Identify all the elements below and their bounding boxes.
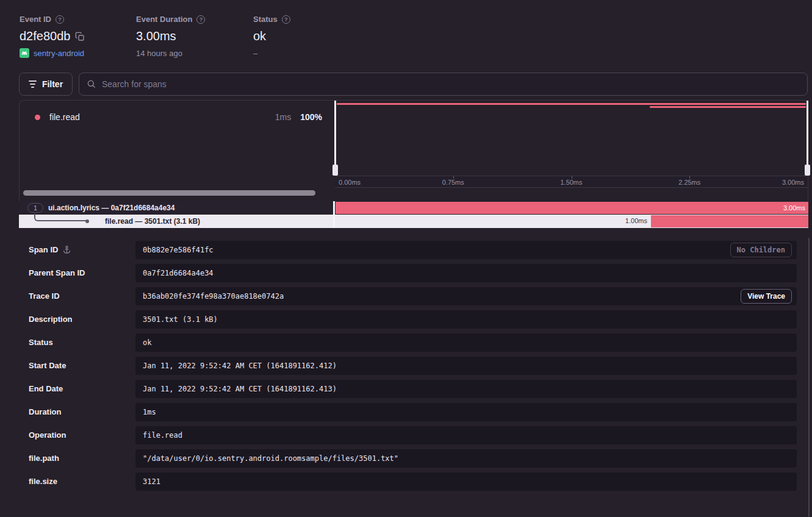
axis-tick-label: 3.00ms [782,179,804,186]
minimap-timeline[interactable]: 0.00ms 0.75ms 1.50ms 2.25ms 3.00ms [335,101,808,201]
status-label: Status [253,15,278,24]
detail-value-box[interactable]: ok [135,333,797,352]
event-duration-ago: 14 hours ago [136,49,205,58]
detail-value-box[interactable]: 0b882e7e586f41fc No Children [135,241,797,259]
operation-name: file.read [49,112,266,122]
detail-label: Description [29,315,73,324]
operation-item-file-read[interactable]: file.read 1ms 100% [20,112,335,122]
viewport-grip[interactable] [332,165,338,176]
detail-row-parent-span-id: Parent Span ID 0a7f21d6684a4e34 [0,264,812,282]
detail-value: ok [143,338,151,347]
span-bar-track: 1.00ms [336,215,808,228]
tree-connector-dot [85,219,89,223]
detail-label: Status [29,338,53,347]
detail-value: 0a7f21d6684a4e34 [143,269,214,277]
minimap-span-line [650,106,806,108]
detail-value-box[interactable]: b36ab020fe374fe98a370ae818e0742a View Tr… [135,287,797,305]
detail-label: Start Date [29,361,66,370]
detail-value-box[interactable]: 0a7f21d6684a4e34 [135,264,797,282]
search-icon [87,79,96,89]
detail-value-box[interactable]: Jan 11, 2022 9:52:42 AM CET (1641891162.… [135,357,797,375]
detail-row-file-path: file.path "/data/user/0/io.sentry.androi… [0,449,812,468]
copy-icon[interactable] [75,32,85,41]
detail-row-status: Status ok [0,333,812,352]
status-value: ok [253,29,266,43]
tree-connector [34,214,87,221]
span-duration-label: 1.00ms [625,217,647,224]
filter-icon [29,80,37,88]
status-column: Status ok – [253,15,290,58]
detail-value-box[interactable]: 3501.txt (3.1 kB) [135,310,797,329]
detail-row-operation: Operation file.read [0,426,812,444]
detail-value: file.read [143,431,182,440]
filter-button[interactable]: Filter [19,73,73,96]
time-axis: 0.00ms 0.75ms 1.50ms 2.25ms 3.00ms [335,176,808,188]
panel-splitter[interactable] [333,201,335,228]
operation-percentage: 100% [300,112,322,122]
event-id-column: Event ID d2fe80db sentry-android [20,15,85,58]
trace-minimap-panel: file.read 1ms 100% 0.00ms 0.75ms 1.50ms … [19,100,808,201]
span-row-title: ui.action.lyrics — 0a7f21d6684a4e34 [48,204,174,212]
span-bar-track: 3.00ms [336,201,808,215]
project-link[interactable]: sentry-android [34,49,84,58]
detail-value-box[interactable]: 3121 [135,472,797,491]
detail-label: Parent Span ID [29,268,85,277]
axis-tick-label: 0.00ms [339,179,361,186]
axis-tick-label: 2.25ms [678,179,700,186]
android-platform-icon [20,48,29,58]
detail-label: Operation [29,430,66,440]
detail-row-file-size: file.size 3121 [0,472,812,491]
filter-button-label: Filter [42,79,63,89]
span-row-transaction[interactable]: 1 ui.action.lyrics — 0a7f21d6684a4e34 3.… [19,201,808,215]
detail-row-span-id: Span ID 0b882e7e586f41fc No Children [0,241,812,259]
operations-breakdown-pane: file.read 1ms 100% [20,101,335,201]
detail-value: Jan 11, 2022 9:52:42 AM CET (1641891162.… [143,362,337,370]
event-duration-value: 3.00ms [136,29,176,43]
detail-value: 3121 [143,477,160,486]
span-row-title: file.read — 3501.txt (3.1 kB) [105,217,200,226]
help-icon[interactable] [282,15,290,24]
detail-row-duration: Duration 1ms [0,403,812,421]
detail-value-box[interactable]: "/data/user/0/io.sentry.android.roomsamp… [135,449,797,468]
event-duration-column: Event Duration 3.00ms 14 hours ago [136,15,205,58]
help-icon[interactable] [56,15,64,24]
detail-row-end-date: End Date Jan 11, 2022 9:52:42 AM CET (16… [0,380,812,398]
help-icon[interactable] [196,15,205,24]
viewport-grip[interactable] [805,165,810,176]
vertical-scrollbar[interactable] [808,238,810,517]
event-id-value: d2fe80db [20,29,70,43]
detail-value: 1ms [143,408,156,416]
viewport-handle-right[interactable] [807,101,808,176]
detail-label: file.size [29,477,57,486]
event-id-label: Event ID [20,15,51,24]
detail-row-description: Description 3501.txt (3.1 kB) [0,310,812,329]
event-id-label-row: Event ID [20,15,85,24]
detail-label: Span ID [29,245,58,254]
detail-value-box[interactable]: file.read [135,426,797,444]
axis-tick-label: 0.75ms [442,179,464,186]
minimap-span-line [337,103,806,105]
detail-label: Duration [29,407,61,416]
operation-color-dot [35,115,40,120]
event-duration-label: Event Duration [136,15,192,24]
detail-value-box[interactable]: Jan 11, 2022 9:52:42 AM CET (1641891162.… [135,380,797,398]
children-count-badge[interactable]: 1 [27,203,43,213]
span-duration-bar[interactable]: 3.00ms [336,202,808,214]
span-row-selected[interactable]: file.read — 3501.txt (3.1 kB) 1.00ms [19,215,808,228]
operation-duration: 1ms [275,112,291,122]
detail-value: b36ab020fe374fe98a370ae818e0742a [143,292,284,301]
detail-label: End Date [29,384,63,393]
search-input[interactable] [102,79,800,89]
anchor-icon[interactable] [62,245,71,254]
detail-value: "/data/user/0/io.sentry.android.roomsamp… [143,454,398,463]
span-duration-label: 3.00ms [783,204,805,212]
viewport-handle-left[interactable] [334,101,336,176]
span-duration-bar[interactable] [651,215,808,227]
detail-row-start-date: Start Date Jan 11, 2022 9:52:42 AM CET (… [0,357,812,375]
no-children-badge: No Children [730,243,792,257]
view-trace-button[interactable]: View Trace [741,289,792,304]
horizontal-scrollbar[interactable] [23,190,315,196]
detail-value-box[interactable]: 1ms [135,403,797,421]
minimap-span-lines [337,101,806,176]
axis-tick-label: 1.50ms [560,179,582,186]
